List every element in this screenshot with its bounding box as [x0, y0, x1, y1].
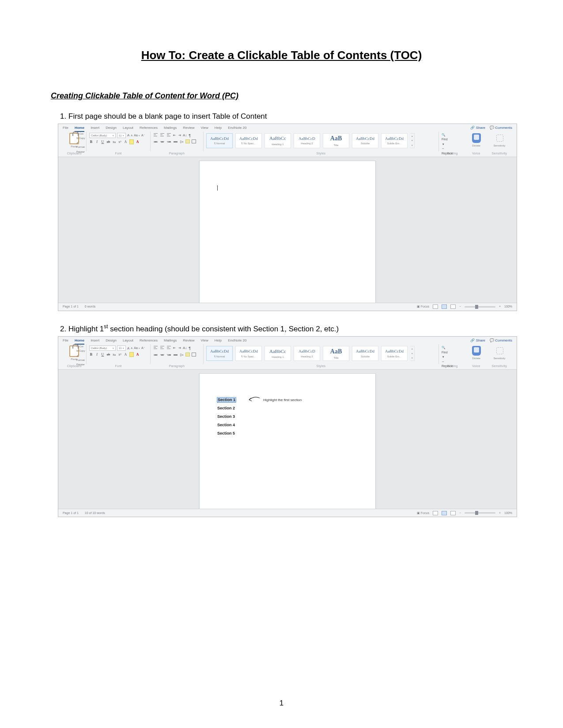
tab-review[interactable]: Review: [183, 338, 194, 345]
italic-button[interactable]: I: [95, 139, 99, 144]
shrink-font-button[interactable]: A: [131, 346, 132, 350]
tab-review[interactable]: Review: [183, 125, 194, 132]
text-effects-button[interactable]: A: [124, 352, 128, 357]
print-layout-button[interactable]: [442, 511, 447, 515]
font-color-button[interactable]: A: [136, 139, 140, 144]
style-subtle-em-[interactable]: AaBbCcDdSubtle Em...: [381, 346, 408, 361]
shrink-font-button[interactable]: A: [131, 134, 132, 137]
tab-references[interactable]: References: [140, 338, 158, 345]
bullets-button[interactable]: [153, 345, 158, 349]
numbering-button[interactable]: [160, 133, 165, 137]
cut-button[interactable]: ✂ Cut: [76, 131, 86, 136]
superscript-button[interactable]: x²: [118, 139, 122, 144]
find-button[interactable]: 🔍 Find ▾: [442, 345, 464, 360]
font-size-select[interactable]: 11▾: [117, 345, 126, 351]
share-button[interactable]: 🔗 Share: [470, 125, 485, 130]
tab-view[interactable]: View: [201, 125, 208, 132]
style-heading-1[interactable]: AaBbCcHeading 1: [264, 133, 291, 148]
document-canvas[interactable]: Section 1 Section 2 Section 3 Section 4 …: [58, 370, 517, 509]
bold-button[interactable]: B: [89, 352, 93, 357]
tab-home[interactable]: Home: [75, 125, 84, 132]
sort-button[interactable]: A↓: [183, 345, 187, 351]
web-layout-button[interactable]: [450, 304, 456, 309]
style--no-spac-[interactable]: AaBbCcDd¶ No Spac...: [235, 133, 262, 148]
tab-endnote[interactable]: EndNote 20: [228, 338, 246, 345]
copy-button[interactable]: ⧉ Copy: [76, 136, 86, 140]
styles-more-button[interactable]: ▴▾▾: [410, 133, 415, 148]
text-effects-button[interactable]: A: [124, 139, 128, 144]
italic-button[interactable]: I: [95, 352, 99, 357]
status-words[interactable]: 0 words: [85, 304, 96, 309]
font-name-select[interactable]: Calibri (Body)▾: [89, 133, 116, 138]
sensitivity-icon[interactable]: [495, 346, 504, 356]
dictate-icon[interactable]: [472, 346, 481, 356]
change-case-button[interactable]: Aa▾: [134, 133, 140, 138]
zoom-slider[interactable]: [465, 512, 495, 514]
status-page[interactable]: Page 1 of 1: [63, 511, 79, 515]
section-2[interactable]: Section 2: [217, 406, 358, 410]
numbering-button[interactable]: [160, 345, 165, 349]
clear-format-button[interactable]: A⁻: [141, 133, 145, 138]
zoom-in-button[interactable]: +: [499, 304, 501, 309]
tab-insert[interactable]: Insert: [91, 338, 99, 345]
font-color-button[interactable]: A: [136, 352, 140, 357]
increase-indent-button[interactable]: ⇥: [178, 133, 181, 139]
tab-view[interactable]: View: [201, 338, 208, 345]
cut-button[interactable]: ✂ Cut: [76, 344, 86, 349]
tab-layout[interactable]: Layout: [123, 125, 133, 132]
strike-button[interactable]: ab: [106, 352, 110, 357]
zoom-out-button[interactable]: −: [459, 304, 461, 309]
subscript-button[interactable]: x₂: [112, 352, 116, 357]
tab-design[interactable]: Design: [106, 125, 117, 132]
sensitivity-icon[interactable]: [495, 133, 504, 143]
read-mode-button[interactable]: [433, 304, 438, 309]
tab-mailings[interactable]: Mailings: [164, 125, 177, 132]
comments-button[interactable]: 💬 Comments: [490, 125, 512, 130]
multilevel-button[interactable]: [166, 133, 171, 137]
underline-button[interactable]: U: [101, 139, 105, 144]
align-center-button[interactable]: [160, 353, 165, 357]
align-left-button[interactable]: [153, 139, 158, 144]
style-heading-2[interactable]: AaBbCcDHeading 2: [294, 346, 320, 361]
section-3[interactable]: Section 3: [217, 415, 358, 419]
shading-button[interactable]: [185, 139, 190, 143]
read-mode-button[interactable]: [433, 511, 438, 515]
subscript-button[interactable]: x₂: [112, 139, 116, 144]
zoom-value[interactable]: 100%: [504, 304, 512, 309]
document-canvas[interactable]: [58, 157, 517, 303]
print-layout-button[interactable]: [442, 304, 447, 309]
multilevel-button[interactable]: [166, 345, 171, 349]
zoom-value[interactable]: 100%: [504, 511, 512, 515]
decrease-indent-button[interactable]: ⇤: [173, 345, 176, 351]
line-spacing-button[interactable]: ‡≡: [180, 139, 184, 144]
status-page[interactable]: Page 1 of 1: [63, 304, 79, 309]
styles-more-button[interactable]: ▴▾▾: [410, 346, 415, 361]
tab-file[interactable]: File: [63, 338, 68, 345]
tab-mailings[interactable]: Mailings: [164, 338, 177, 345]
style-subtitle[interactable]: AaBbCcDdSubtitle: [352, 346, 378, 361]
focus-mode-button[interactable]: ▣ Focus: [417, 511, 429, 515]
web-layout-button[interactable]: [450, 511, 456, 515]
align-left-button[interactable]: [153, 353, 158, 357]
style-heading-1[interactable]: AaBbCcHeading 1: [264, 346, 291, 361]
font-name-select[interactable]: Calibri (Body)▾: [89, 345, 116, 351]
tab-endnote[interactable]: EndNote 20: [228, 125, 246, 132]
focus-mode-button[interactable]: ▣ Focus: [417, 304, 429, 309]
status-words[interactable]: 10 of 10 words: [85, 511, 105, 515]
find-button[interactable]: 🔍 Find ▾: [442, 133, 464, 147]
strike-button[interactable]: ab: [106, 139, 110, 144]
bullets-button[interactable]: [153, 133, 158, 137]
tab-references[interactable]: References: [140, 125, 158, 132]
font-size-select[interactable]: 11▾: [117, 133, 126, 138]
tab-insert[interactable]: Insert: [91, 125, 99, 132]
style--no-spac-[interactable]: AaBbCcDd¶ No Spac...: [235, 346, 262, 361]
tab-file[interactable]: File: [63, 125, 68, 132]
grow-font-button[interactable]: A: [127, 133, 129, 138]
dictate-icon[interactable]: [472, 133, 481, 143]
share-button[interactable]: 🔗 Share: [470, 338, 485, 343]
sort-button[interactable]: A↓: [183, 133, 187, 139]
justify-button[interactable]: [173, 353, 178, 357]
tab-home[interactable]: Home: [75, 338, 84, 345]
style-subtle-em-[interactable]: AaBbCcDdSubtle Em...: [381, 133, 408, 148]
align-right-button[interactable]: [166, 139, 171, 144]
